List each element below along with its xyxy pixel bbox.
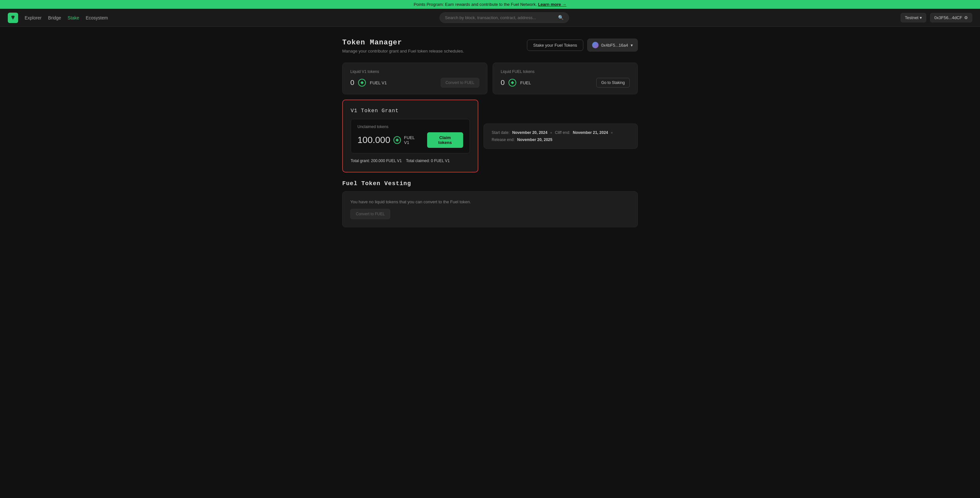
separator-1: ●: [550, 130, 552, 135]
liquid-v1-card: Liquid V1 tokens 0 FUEL V1 Convert to FU…: [342, 62, 487, 94]
navbar: Explorer Bridge Stake Ecosystem 🔍 Testne…: [0, 9, 980, 27]
grant-fuel-icon: [393, 136, 401, 144]
nav-search: 🔍: [108, 12, 900, 23]
liquid-fuel-card: Liquid FUEL tokens 0 FUEL Go to Staking: [493, 62, 638, 94]
fuel-name: FUEL: [520, 80, 531, 85]
grant-section: V1 Token Grant Unclaimed tokens 100.000 …: [342, 99, 638, 172]
liquid-v1-label: Liquid V1 tokens: [350, 69, 479, 74]
nav-explorer[interactable]: Explorer: [25, 15, 41, 21]
nav-logo[interactable]: [8, 13, 18, 23]
banner-text: Points Program: Earn rewards and contrib…: [414, 2, 537, 7]
release-end-value: November 20, 2025: [517, 137, 552, 142]
page-header: Token Manager Manage your contributor gr…: [342, 38, 638, 54]
liquid-fuel-row: 0 FUEL Go to Staking: [501, 78, 630, 88]
total-claimed-label: Total claimed:: [406, 158, 430, 163]
liquid-v1-amount: 0: [350, 78, 354, 87]
wallet-address: 0x3F56...4dCF: [934, 15, 962, 20]
page-subtitle: Manage your contributor grant and Fuel t…: [342, 49, 464, 54]
unclaimed-row: 100.000 FUEL V1 Claim tokens: [358, 132, 463, 148]
v1-token-grant-card: V1 Token Grant Unclaimed tokens 100.000 …: [342, 99, 478, 172]
grant-meta-panel: Start date: November 20, 2024 ● Cliff en…: [484, 123, 638, 149]
vesting-description: You have no liquid tokens that you can c…: [350, 200, 630, 204]
cliff-end-label: Cliff end:: [555, 130, 570, 135]
go-to-staking-button[interactable]: Go to Staking: [596, 78, 630, 88]
banner-link[interactable]: Learn more →: [538, 2, 566, 7]
token-cards-row: Liquid V1 tokens 0 FUEL V1 Convert to FU…: [342, 62, 638, 94]
search-icon: 🔍: [558, 15, 563, 21]
total-grant-label: Total grant:: [351, 158, 370, 163]
nav-stake[interactable]: Stake: [68, 15, 80, 21]
fuel-icon: [509, 79, 516, 86]
search-input[interactable]: [445, 15, 555, 20]
start-date-label: Start date:: [492, 130, 509, 135]
release-end-label: Release end:: [492, 137, 515, 142]
vesting-section: Fuel Token Vesting You have no liquid to…: [342, 180, 638, 227]
page-header-right: Stake your Fuel Tokens 0x4bF5...16a4 ▾: [527, 38, 638, 51]
claim-tokens-button[interactable]: Claim tokens: [427, 132, 463, 148]
total-claimed-value: 0 FUEL V1: [431, 158, 450, 163]
grant-inner-card: Unclaimed tokens 100.000 FUEL V1 Claim t…: [351, 119, 470, 153]
nav-right: Testnet ▾ 0x3F56...4dCF ⚙: [900, 13, 972, 22]
unclaimed-label: Unclaimed tokens: [358, 124, 463, 129]
avatar: [592, 42, 598, 48]
page-title: Token Manager: [342, 38, 464, 47]
wallet-select-address: 0x4bF5...16a4: [601, 43, 628, 48]
main-content: Token Manager Manage your contributor gr…: [334, 27, 646, 239]
total-grant-value: 200.000 FUEL V1: [371, 158, 402, 163]
liquid-v1-row: 0 FUEL V1 Convert to FUEL: [350, 78, 479, 88]
network-selector[interactable]: Testnet ▾: [900, 13, 926, 22]
nav-ecosystem[interactable]: Ecosystem: [86, 15, 108, 21]
settings-icon[interactable]: ⚙: [964, 15, 968, 20]
wallet-badge: 0x3F56...4dCF ⚙: [930, 13, 972, 22]
liquid-fuel-label: Liquid FUEL tokens: [501, 69, 630, 74]
grant-token-name: FUEL V1: [404, 135, 420, 145]
start-date-value: November 20, 2024: [512, 130, 547, 135]
wallet-select[interactable]: 0x4bF5...16a4 ▾: [587, 38, 638, 51]
network-label: Testnet: [905, 15, 918, 20]
convert-to-fuel-button-1[interactable]: Convert to FUEL: [441, 78, 479, 88]
vesting-title: Fuel Token Vesting: [342, 180, 638, 187]
unclaimed-amount: 100.000: [358, 135, 390, 145]
nav-links: Explorer Bridge Stake Ecosystem: [25, 15, 108, 21]
liquid-fuel-amount: 0: [501, 78, 504, 87]
chevron-down-icon: ▾: [920, 15, 922, 20]
separator-2: ●: [611, 130, 613, 135]
search-box: 🔍: [439, 12, 569, 23]
cliff-end-value: November 21, 2024: [573, 130, 608, 135]
page-title-block: Token Manager Manage your contributor gr…: [342, 38, 464, 54]
vesting-card: You have no liquid tokens that you can c…: [342, 191, 638, 227]
fuel-v1-icon: [358, 79, 366, 86]
grant-details: Total grant: 200.000 FUEL V1 Total claim…: [351, 158, 470, 164]
convert-to-fuel-button-2[interactable]: Convert to FUEL: [350, 209, 390, 219]
top-banner: Points Program: Earn rewards and contrib…: [0, 0, 980, 9]
chevron-down-icon: ▾: [631, 43, 633, 48]
grant-card-title: V1 Token Grant: [351, 108, 470, 114]
stake-tokens-button[interactable]: Stake your Fuel Tokens: [527, 40, 583, 51]
nav-bridge[interactable]: Bridge: [48, 15, 61, 21]
fuel-v1-name: FUEL V1: [370, 80, 387, 85]
